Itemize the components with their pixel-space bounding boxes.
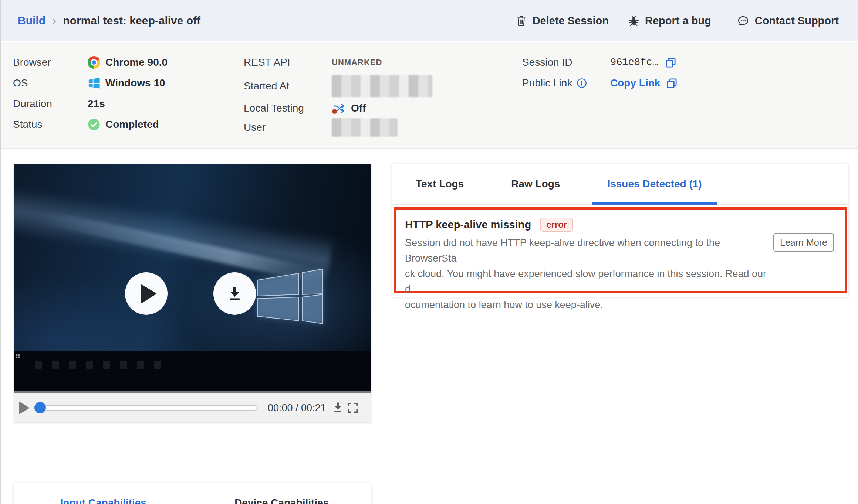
controls-download-icon[interactable] — [331, 401, 344, 414]
rest-api-label: REST API — [244, 57, 332, 68]
video-download-overlay-button[interactable] — [213, 272, 256, 315]
trash-icon — [516, 15, 527, 27]
public-link-label: Public Link — [522, 77, 572, 89]
taskbar-start-icon — [16, 354, 20, 358]
play-icon — [141, 284, 157, 303]
issue-card: HTTP keep-alive missing error Session di… — [394, 207, 847, 293]
windows-icon — [88, 77, 100, 89]
error-badge: error — [540, 218, 573, 232]
chrome-icon — [88, 56, 100, 69]
issue-description-line-1: Session did not have HTTP keep-alive dir… — [405, 235, 767, 266]
video-play-overlay-button[interactable] — [125, 272, 168, 315]
seek-thumb[interactable] — [34, 402, 46, 413]
report-bug-button[interactable]: Report a bug — [618, 15, 721, 27]
os-value: Windows 10 — [105, 77, 165, 89]
session-info-column-2: REST API UNMARKED Started At Local Testi… — [244, 52, 432, 138]
video-controls-bar: 00:00 / 00:21 — [14, 393, 371, 422]
header-actions: Delete Session Report a bug — [506, 0, 848, 41]
tab-device-capabilities[interactable]: Device Capabilities — [193, 483, 371, 504]
contact-support-label: Contact Support — [755, 15, 839, 27]
session-id-row: Session ID 961e8fc… — [522, 52, 678, 73]
header-divider — [724, 10, 724, 31]
local-testing-value: Off — [351, 102, 366, 114]
breadcrumb: Build › normal test: keep-alive off — [18, 0, 200, 41]
video-taskbar — [14, 351, 371, 391]
browser-label: Browser — [13, 57, 88, 68]
info-icon[interactable] — [577, 78, 587, 88]
session-info-column-1: Browser Chrome 90.0 OS Windows 10 — [13, 52, 168, 135]
taskbar-app-icons — [35, 361, 161, 369]
tab-raw-logs-label: Raw Logs — [511, 178, 560, 190]
rest-api-value: UNMARKED — [332, 58, 382, 67]
session-id-label: Session ID — [522, 57, 610, 68]
logs-panel: Text Logs Raw Logs Issues Detected (1) H… — [392, 164, 848, 297]
local-testing-shuffle-icon — [332, 102, 346, 115]
status-row: Status Completed — [13, 114, 168, 135]
started-at-redacted-value — [332, 75, 432, 97]
contact-support-button[interactable]: Contact Support — [727, 15, 848, 27]
tab-text-logs[interactable]: Text Logs — [401, 164, 479, 204]
os-row: OS Windows 10 — [13, 73, 168, 93]
header: Build › normal test: keep-alive off Dele… — [0, 0, 858, 41]
chat-support-icon — [737, 15, 749, 27]
issue-description-line-2: ck cloud. You might have experienced slo… — [405, 266, 767, 297]
page-title: normal test: keep-alive off — [63, 14, 200, 27]
user-row: User — [244, 117, 432, 138]
copy-link-icon[interactable] — [666, 78, 678, 89]
download-icon — [226, 285, 244, 303]
controls-play-icon[interactable] — [19, 402, 30, 414]
rest-api-row: REST API UNMARKED — [244, 52, 432, 73]
delete-session-button[interactable]: Delete Session — [506, 15, 618, 27]
tab-input-capabilities-label: Input Capabilities — [60, 497, 146, 504]
issue-title: HTTP keep-alive missing — [405, 219, 531, 231]
learn-more-button[interactable]: Learn More — [773, 233, 834, 252]
os-label: OS — [13, 77, 88, 89]
seek-bar[interactable] — [35, 405, 258, 411]
browser-row: Browser Chrome 90.0 — [13, 52, 168, 73]
issue-title-row: HTTP keep-alive missing error — [405, 218, 845, 232]
tab-issues-detected[interactable]: Issues Detected (1) — [592, 164, 716, 204]
tab-issues-detected-label: Issues Detected (1) — [607, 178, 702, 190]
tab-device-capabilities-label: Device Capabilities — [234, 497, 329, 504]
report-bug-label: Report a bug — [645, 15, 711, 27]
breadcrumb-build-link[interactable]: Build — [18, 14, 45, 27]
logs-tabs: Text Logs Raw Logs Issues Detected (1) — [392, 164, 848, 205]
bug-icon — [628, 15, 639, 27]
video-screen[interactable] — [14, 164, 371, 391]
browser-value: Chrome 90.0 — [105, 57, 168, 68]
delete-session-label: Delete Session — [533, 15, 609, 27]
session-detail-page: Build › normal test: keep-alive off Dele… — [0, 0, 858, 504]
session-info-column-3: Session ID 961e8fc… Public Link — [522, 52, 678, 93]
copy-session-id-icon[interactable] — [665, 57, 676, 68]
duration-value: 21s — [88, 98, 105, 110]
page-left-border — [0, 0, 1, 504]
video-player: 00:00 / 00:21 — [14, 164, 371, 422]
duration-row: Duration 21s — [13, 93, 168, 114]
issue-description-line-3: ocumentation to learn how to use keep-al… — [405, 297, 767, 313]
local-testing-label: Local Testing — [244, 102, 332, 114]
fullscreen-icon[interactable] — [346, 401, 359, 414]
started-at-row: Started At — [244, 73, 432, 99]
public-link-row: Public Link Copy Link — [522, 73, 678, 93]
breadcrumb-separator-icon: › — [52, 13, 56, 27]
issue-description: Session did not have HTTP keep-alive dir… — [405, 235, 767, 313]
duration-label: Duration — [13, 98, 88, 110]
capabilities-panel: Input Capabilities Device Capabilities — [14, 483, 371, 504]
session-id-value: 961e8fc… — [610, 57, 658, 68]
time-display: 00:00 / 00:21 — [268, 402, 327, 414]
tab-raw-logs[interactable]: Raw Logs — [496, 164, 575, 204]
windows-wallpaper-logo — [257, 259, 331, 333]
status-completed-icon — [88, 118, 100, 131]
session-info-panel: Browser Chrome 90.0 OS Windows 10 — [0, 42, 858, 149]
status-value: Completed — [105, 119, 159, 130]
user-redacted-value — [332, 118, 398, 137]
started-at-label: Started At — [244, 80, 332, 92]
tab-input-capabilities[interactable]: Input Capabilities — [14, 483, 193, 504]
copy-link-button[interactable]: Copy Link — [610, 77, 660, 89]
local-testing-row: Local Testing Off — [244, 99, 432, 117]
user-label: User — [244, 122, 332, 133]
status-label: Status — [13, 119, 88, 130]
tab-text-logs-label: Text Logs — [416, 178, 464, 190]
